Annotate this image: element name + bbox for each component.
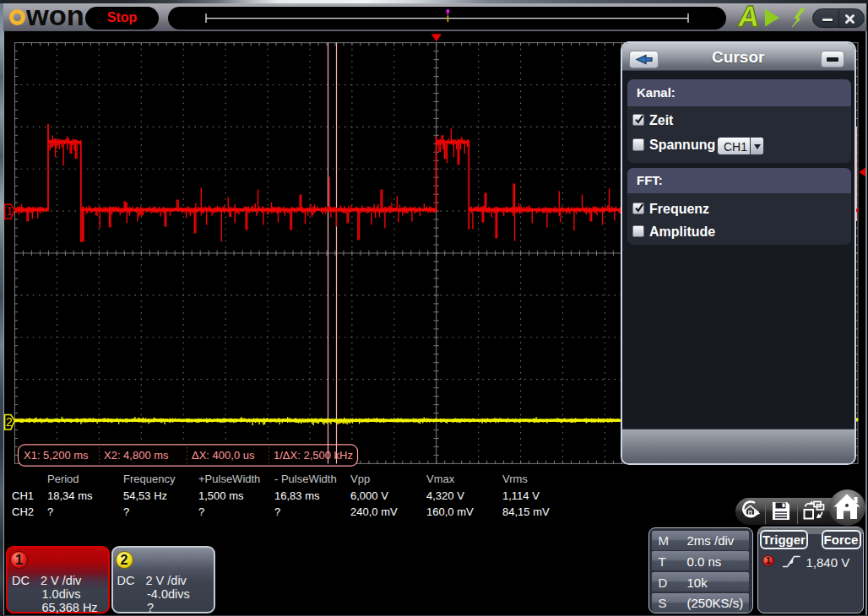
svg-text:ΔX: 400,0 us: ΔX: 400,0 us — [192, 449, 255, 462]
svg-text:2: 2 — [6, 415, 13, 429]
svg-text:X1: 5,200 ms: X1: 5,200 ms — [24, 449, 89, 462]
svg-text:X2: 4,800 ms: X2: 4,800 ms — [104, 449, 169, 462]
svg-text:1: 1 — [6, 204, 13, 218]
svg-text:1/ΔX: 2,500 kHz: 1/ΔX: 2,500 kHz — [274, 449, 353, 462]
